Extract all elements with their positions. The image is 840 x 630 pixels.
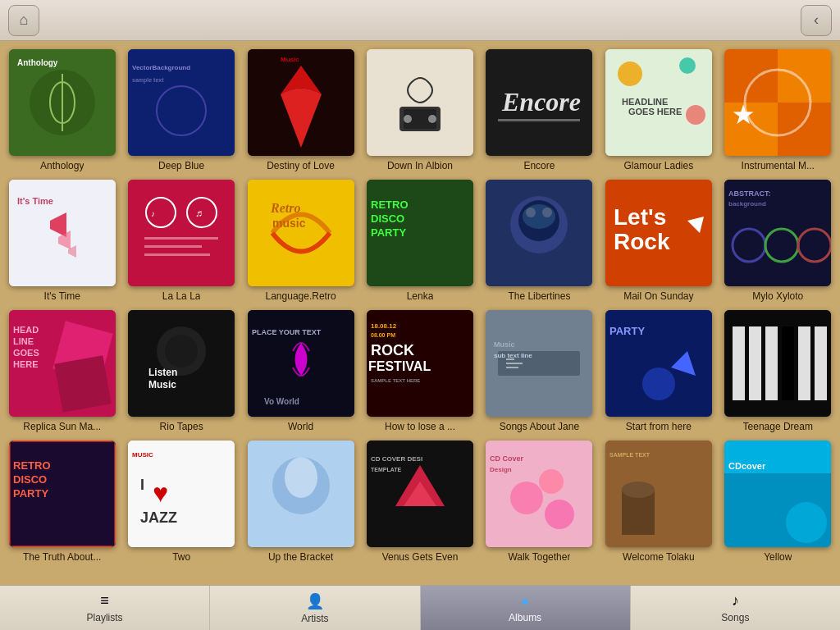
svg-text:Listen: Listen [148,367,177,378]
album-item-up-bracket[interactable]: Up the Bracket [245,441,356,563]
svg-text:LINE: LINE [13,336,34,346]
album-item-rio[interactable]: Listen Music Rio Tapes [126,310,236,432]
nav-label-playlists: Playlists [87,612,123,623]
album-item-welcome[interactable]: SAMPLE TEXT Welcome Tolaku [603,441,714,563]
svg-text:DISCO: DISCO [13,473,47,486]
album-label-yellow: Yellow [764,551,792,563]
svg-text:18.08.12: 18.08.12 [371,322,397,330]
bottom-nav: ≡ Playlists 👤 Artists ● Albums ♪ Songs [0,585,840,630]
album-label-venus: Venus Gets Even [382,551,459,563]
svg-point-135 [786,502,827,543]
album-item-replica[interactable]: HEAD LINE GOES HERE Replica Sun Ma... [7,310,117,432]
album-item-instrumental[interactable]: ★ Instrumental M... [723,49,833,171]
album-cover-encore: Encore [486,49,592,156]
nav-label-artists: Artists [301,613,328,624]
album-item-mylo[interactable]: ABSTRACT: background Mylo Xyloto [723,180,833,302]
svg-rect-100 [765,326,778,400]
album-label-replica: Replica Sun Ma... [23,421,101,432]
album-label-lenka: Lenka [407,290,434,302]
album-label-mail-sunday: Mail On Sunday [623,290,693,302]
albums-grid: Anthology Anthology VectorBackground sam… [7,49,833,563]
svg-text:PARTY: PARTY [13,487,48,500]
album-cover-start-here: PARTY [605,310,712,417]
svg-text:♥: ♥ [153,478,168,508]
nav-item-playlists[interactable]: ≡ Playlists [0,586,210,630]
album-label-deep-blue: Deep Blue [158,160,204,171]
svg-rect-41 [144,245,202,248]
svg-rect-101 [782,326,794,400]
album-item-two[interactable]: MUSIC I ♥ JAZZ Two [126,441,236,563]
svg-rect-99 [749,326,761,400]
album-item-glamour[interactable]: HEADLINE GOES HERE Glamour Ladies [603,49,714,171]
home-button[interactable]: ⌂ [8,5,39,36]
album-item-down-albion[interactable]: Down In Albion [364,49,475,171]
svg-text:TEMPLATE: TEMPLATE [371,467,402,472]
album-item-teenage[interactable]: Teenage Dream [723,310,833,432]
album-item-start-here[interactable]: PARTY Start from here [603,310,714,432]
svg-text:sample text: sample text [132,77,164,84]
album-item-mail-sunday[interactable]: Let's Rock Mail On Sunday [603,180,714,302]
svg-point-20 [618,62,642,86]
svg-text:GOES HERE: GOES HERE [628,107,682,116]
svg-text:CD COVER DESI: CD COVER DESI [371,455,422,463]
svg-rect-43 [248,180,354,286]
albums-icon: ● [521,592,529,609]
album-cover-instrumental: ★ [724,49,831,156]
album-item-encore[interactable]: Encore Encore [484,49,595,171]
album-label-walk: Walk Together [508,551,570,563]
svg-point-55 [526,208,536,217]
nav-item-artists[interactable]: 👤 Artists [210,586,420,630]
album-label-instrumental: Instrumental M... [742,160,815,171]
album-item-walk[interactable]: CD Cover Design Walk Together [484,441,595,563]
album-cover-songs-jane: Music sub text line [486,310,592,417]
svg-text:Encore: Encore [501,87,581,116]
album-item-language[interactable]: Retro music Language.Retro [245,180,356,302]
album-item-lenka[interactable]: RETRO DISCO PARTY Lenka [364,180,475,302]
album-cover-truth: RETRO DISCO PARTY [9,441,116,547]
album-item-rock-festival[interactable]: 18.08.12 08.00 PM ROCK FESTIVAL SAMPLE T… [364,310,475,432]
svg-text:DISCO: DISCO [371,212,404,225]
svg-text:Music: Music [494,340,515,349]
album-item-libertines[interactable]: The Libertines [484,180,595,302]
svg-rect-27 [778,103,831,156]
svg-text:PARTY: PARTY [371,226,406,239]
album-item-destiny[interactable]: Music Destiny of Love [245,49,356,171]
svg-point-131 [622,482,655,498]
album-cover-down-albion [367,49,473,156]
svg-point-21 [679,57,696,74]
nav-item-songs[interactable]: ♪ Songs [631,586,840,630]
svg-text:VectorBackground: VectorBackground [132,64,190,71]
album-label-glamour: Glamour Ladies [623,160,693,171]
album-item-la-la-la[interactable]: ♪ ♬ La La La [126,180,236,302]
back-button[interactable]: ‹ [801,5,832,36]
svg-text:CDcover: CDcover [728,461,766,471]
album-cover-deep-blue: VectorBackground sample text [128,49,235,156]
album-label-start-here: Start from here [626,421,692,432]
album-label-down-albion: Down In Albion [387,160,453,171]
svg-text:SAMPLE TEXT HERE: SAMPLE TEXT HERE [371,378,420,383]
svg-rect-35 [128,180,235,286]
album-label-its-time: It's Time [44,290,80,302]
album-cover-glamour: HEADLINE GOES HERE [605,49,712,156]
album-item-its-time[interactable]: It's Time It's Time [7,180,117,302]
album-item-world[interactable]: PLACE YOUR TEXT Vo World World [245,310,356,432]
svg-text:FESTIVAL: FESTIVAL [368,359,431,373]
svg-text:ABSTRACT:: ABSTRACT: [728,189,771,198]
svg-text:SAMPLE TEXT: SAMPLE TEXT [609,452,651,458]
nav-item-albums[interactable]: ● Albums [421,586,631,630]
album-label-la-la-la: La La La [162,290,201,302]
svg-text:JAZZ: JAZZ [140,509,177,526]
album-item-deep-blue[interactable]: VectorBackground sample text Deep Blue [126,49,236,171]
album-label-libertines: The Libertines [508,290,570,302]
album-label-mylo: Mylo Xyloto [752,290,803,302]
album-item-venus[interactable]: CD COVER DESI TEMPLATE Venus Gets Even [364,441,475,563]
album-item-songs-jane[interactable]: Music sub text line Songs About Jane [484,310,595,432]
svg-text:Retro: Retro [270,201,300,215]
album-cover-anthology: Anthology [9,49,116,156]
svg-rect-102 [798,326,810,400]
svg-point-54 [523,204,555,229]
album-item-yellow[interactable]: CDcover Yellow [723,441,833,563]
album-item-anthology[interactable]: Anthology Anthology [7,49,117,171]
album-item-truth[interactable]: RETRO DISCO PARTY The Truth About... [7,441,117,563]
svg-point-14 [404,115,412,123]
